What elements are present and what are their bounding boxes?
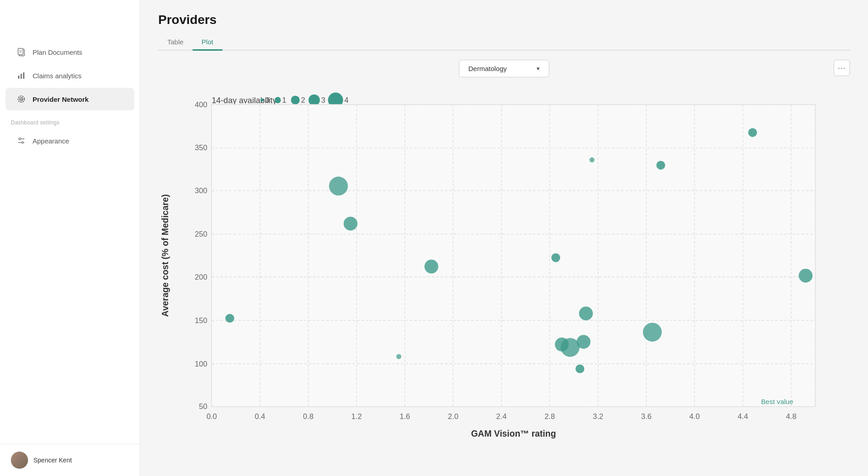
data-point: [579, 306, 593, 320]
data-point: [329, 176, 348, 195]
x-axis-label: GAM Vision™ rating: [471, 428, 556, 438]
sidebar-item-provider-network[interactable]: Provider Network: [5, 88, 134, 110]
sidebar-item-appearance[interactable]: Appearance: [5, 129, 134, 152]
sidebar: Plan Documents Claims analytics Prov: [0, 0, 140, 476]
chevron-down-icon: ▾: [537, 65, 540, 72]
legend-label-0: 0: [265, 96, 269, 105]
dashboard-settings-label: Dashboard settings: [0, 111, 140, 129]
legend-label-1: 1: [282, 96, 286, 105]
legend-label-4: 4: [344, 96, 349, 105]
y-tick: 150: [195, 316, 208, 325]
document-icon: [16, 47, 26, 57]
x-tick: 1.6: [400, 412, 410, 421]
tab-plot[interactable]: Plot: [193, 34, 222, 51]
data-point: [561, 338, 580, 357]
x-tick: 1.2: [351, 412, 362, 421]
legend-label-2: 2: [301, 96, 305, 105]
x-tick: 3.2: [593, 412, 603, 421]
user-profile: Spencer Kent: [0, 444, 140, 476]
x-tick: 2.8: [544, 412, 555, 421]
dropdown-label: Dermatology: [468, 65, 507, 72]
legend-dot-3: [308, 95, 320, 106]
chart-icon: [16, 71, 26, 81]
legend-dot-0: [260, 99, 264, 102]
x-tick: 4.0: [689, 412, 700, 421]
svg-rect-5: [21, 74, 22, 79]
x-tick: 0.8: [303, 412, 313, 421]
svg-rect-4: [18, 76, 19, 79]
sidebar-item-provider-network-label: Provider Network: [33, 95, 89, 103]
svg-rect-1: [18, 48, 23, 55]
more-options-button[interactable]: ···: [834, 60, 850, 76]
sidebar-item-claims-analytics[interactable]: Claims analytics: [5, 64, 134, 87]
svg-point-13: [22, 142, 24, 143]
sidebar-item-claims-analytics-label: Claims analytics: [33, 72, 81, 80]
data-point: [226, 314, 234, 323]
sidebar-item-plan-documents[interactable]: Plan Documents: [5, 41, 134, 63]
legend-label-3: 3: [321, 96, 325, 105]
more-icon: ···: [838, 63, 846, 73]
best-value-label: Best value: [761, 398, 793, 405]
sliders-icon: [16, 136, 26, 146]
data-point: [799, 269, 813, 283]
specialty-dropdown[interactable]: Dermatology ▾: [459, 60, 549, 77]
scatter-plot: 14-day availability 0 1 2 3 4: [158, 82, 850, 467]
user-name: Spencer Kent: [33, 457, 72, 464]
chart-controls: Dermatology ▾: [158, 60, 850, 77]
data-point: [643, 323, 662, 342]
page-header: Providers Table Plot: [140, 0, 868, 51]
avatar: [11, 452, 28, 469]
data-point: [656, 161, 665, 169]
data-point: [552, 253, 560, 262]
y-tick: 350: [195, 143, 208, 152]
data-point: [576, 364, 584, 373]
scatter-plot-wrapper: 14-day availability 0 1 2 3 4: [158, 82, 850, 467]
data-point: [590, 157, 594, 162]
sidebar-item-appearance-label: Appearance: [33, 137, 69, 145]
y-tick: 50: [199, 402, 208, 411]
legend-dot-2: [291, 95, 299, 104]
x-tick: 3.6: [641, 412, 651, 421]
legend-dot-1: [274, 97, 281, 103]
y-tick: 400: [195, 100, 208, 109]
y-tick: 200: [195, 273, 208, 281]
x-tick: 4.4: [738, 412, 748, 421]
tabs: Table Plot: [158, 34, 850, 51]
sidebar-item-plan-documents-label: Plan Documents: [33, 48, 82, 56]
page-title: Providers: [158, 13, 850, 27]
app-logo: [11, 11, 31, 31]
svg-rect-6: [23, 72, 24, 79]
x-tick: 0.0: [207, 412, 217, 421]
svg-point-0: [19, 19, 22, 22]
data-point: [425, 260, 439, 274]
svg-point-12: [19, 138, 21, 140]
data-point: [748, 128, 757, 137]
tab-table[interactable]: Table: [158, 34, 193, 51]
sidebar-nav: Plan Documents Claims analytics Prov: [0, 40, 140, 111]
network-icon: [16, 94, 26, 104]
chart-area: Dermatology ▾ ··· 14-day availability 0: [140, 51, 868, 476]
data-point: [577, 335, 591, 349]
x-tick: 0.4: [255, 412, 265, 421]
y-axis-label: Average cost (% of Medicare): [160, 194, 170, 317]
svg-point-9: [21, 99, 22, 100]
main-content: Providers Table Plot Dermatology ▾ ···: [140, 0, 868, 476]
svg-rect-15: [212, 105, 815, 407]
x-tick: 4.8: [786, 412, 796, 421]
x-tick: 2.0: [448, 412, 458, 421]
x-tick: 2.4: [496, 412, 507, 421]
y-tick: 300: [195, 186, 208, 195]
logo-area: [0, 0, 140, 40]
y-tick: 250: [195, 230, 208, 238]
y-tick: 100: [195, 360, 208, 368]
data-point: [344, 217, 358, 231]
data-point: [396, 354, 401, 359]
